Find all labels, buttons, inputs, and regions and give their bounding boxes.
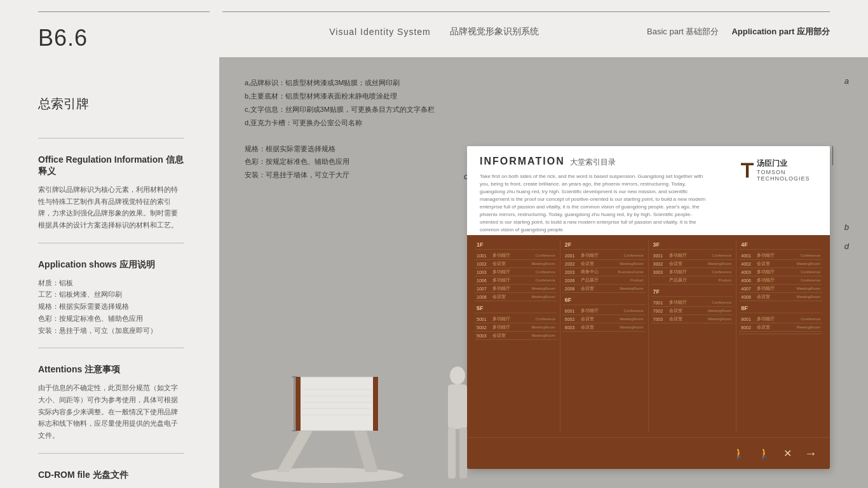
person-svg [435, 364, 480, 485]
header-divider-right [652, 11, 830, 12]
dir-row: 5001多功能厅Conference [475, 315, 557, 323]
board-logo: 汤臣门业 TOMSON TECHNOLOGIES [741, 156, 817, 184]
dir-row: 6001多功能厅Conference [563, 307, 646, 315]
svg-marker-4 [353, 428, 378, 472]
section4-heading: CD-ROM file 光盘文件 [38, 470, 184, 481]
header-divider-left [38, 11, 210, 12]
logo-cn: 汤臣门业 [757, 158, 817, 169]
label-d: d [844, 241, 849, 251]
board-top: INFORMATION 大堂索引目录 汤臣门业 TOMSON TECHNOLOG… [467, 146, 830, 235]
dir-row: 1007多功能厅MeetingRoom [475, 285, 557, 293]
dir-sub-header: 5F [475, 304, 557, 313]
header-left: B6.6 [38, 6, 254, 51]
dir-row: 4001多功能厅Conference [739, 252, 822, 260]
dir-row: 3002会议室MeetingRoom [651, 260, 734, 268]
dir-row: 8001多功能厅Conference [739, 315, 822, 323]
desc-line-c: c,文字信息：丝网印刷或3M贴膜，可更换条目方式的文字条栏 [245, 103, 804, 116]
dir-row: 2008会议室MeetingRoom [563, 285, 646, 293]
svg-point-16 [450, 367, 465, 384]
dir-row: 2001多功能厅Conference [563, 252, 646, 260]
section3-body: 由于信息的不确定性，此页部分规范（如文字大小、间距等）可作为参考使用，具体可根据… [38, 382, 184, 441]
section1-body: 索引牌以品牌标识为核心元素，利用材料的特性与特殊工艺制作具有品牌视觉特征的索引牌… [38, 184, 184, 231]
svg-rect-18 [448, 428, 456, 478]
dir-col-header: 3F [651, 240, 734, 250]
stand-svg [238, 364, 442, 485]
page-code: B6.6 [38, 6, 254, 51]
dir-col-header: 1F [475, 240, 557, 250]
dir-sub-header: 6F [563, 295, 646, 305]
svg-rect-0 [741, 163, 754, 165]
dir-column: 4F4001多功能厅Conference4002会议室MeetingRoom40… [736, 240, 825, 432]
dir-row: 2002会议室MeetingRoom [563, 260, 646, 268]
stand-area: 1.5m [219, 348, 741, 488]
app-part-label: Application part 应用部分 [731, 26, 830, 37]
dir-row: 7002会议室MeetingRoom [651, 307, 734, 315]
dir-row: 1001多功能厅Conference [475, 252, 557, 260]
dir-row: 产品展厅Product [651, 276, 734, 285]
vis-title-cn: 品牌视觉形象识别系统 [450, 26, 539, 37]
dir-row [739, 332, 822, 334]
dir-row: 8002会议室MeetingRoom [739, 323, 822, 332]
board-title-en: INFORMATION [480, 156, 565, 167]
left-panel: 总索引牌 Office Regulation Information 信息释义 … [0, 57, 219, 488]
dir-row: 4003多功能厅Conference [739, 268, 822, 276]
dir-row: 1008会议室MeetingRoom [475, 293, 557, 301]
desc-line-d: d,亚克力卡槽：可更换办公室公司名称 [245, 116, 804, 130]
dir-sub-header: 8F [739, 304, 822, 313]
basic-part-label: Basic part 基础部分 [647, 26, 719, 37]
dir-row: 4008会议室MeetingRoom [739, 293, 822, 301]
section2-heading: Application shows 应用说明 [38, 259, 184, 271]
top-header: B6.6 Visual Identity System 品牌视觉形象识别系统 B… [0, 0, 868, 57]
section-main-title: 总索引牌 [38, 76, 184, 112]
logo-icon-svg [741, 160, 754, 180]
dir-row: 4006多功能厅Conference [739, 276, 822, 285]
dir-row: 1006多功能厅Conference [475, 276, 557, 285]
svg-marker-3 [276, 428, 315, 472]
dir-col-header: 2F [563, 240, 646, 250]
logo-text: 汤臣门业 TOMSON TECHNOLOGIES [757, 158, 817, 182]
svg-point-2 [251, 468, 403, 483]
dir-row: 3003多功能厅Conference [651, 268, 734, 276]
svg-rect-5 [295, 377, 378, 431]
dir-row: 3001多功能厅Conference [651, 252, 734, 260]
divider-2 [38, 243, 184, 243]
main-container: 总索引牌 Office Regulation Information 信息释义 … [0, 57, 868, 488]
dir-row: 7003会议室MeetingRoom [651, 315, 734, 323]
board-desc: Take first on both sides of the rick, an… [480, 173, 709, 234]
dir-row: 4007多功能厅MeetingRoom [739, 285, 822, 293]
divider-3 [38, 348, 184, 348]
section1-heading: Office Regulation Information 信息释义 [38, 154, 184, 177]
connector-line-a [832, 146, 833, 165]
section3-heading: Attentions 注意事项 [38, 364, 184, 376]
board-icon-arrow: → [804, 446, 817, 461]
header-center: Visual Identity System 品牌视觉形象识别系统 [254, 20, 614, 37]
desc-line-a: a,品牌标识：铝质型材烤漆或3M贴膜；或丝网印刷 [245, 76, 804, 90]
logo-en: TOMSON TECHNOLOGIES [757, 169, 817, 182]
board-icon-person2: 🚶 [758, 447, 771, 459]
dir-row: 2006产品展厅Product [563, 276, 646, 285]
label-a: a [844, 76, 849, 86]
desc-line-b: b,主要底材：铝质型材烤漆表面粉末静电喷涂处理 [245, 90, 804, 103]
section2-body: 材质：铝板 工艺：铝板烤漆、丝网印刷 规格：根据实际需要选择规格 色彩：按规定标… [38, 277, 184, 336]
board-title-cn: 大堂索引目录 [570, 157, 616, 168]
dir-row: 1002会议室MeetingRoom [475, 260, 557, 268]
divider-1 [38, 138, 184, 139]
label-b: b [844, 222, 849, 232]
dir-row: 4002会议室MeetingRoom [739, 260, 822, 268]
dir-row: 6002会议室MeetingRoom [563, 315, 646, 323]
svg-rect-7 [373, 377, 378, 431]
dir-row: 5003会议室MeetingRoom [475, 332, 557, 340]
dir-sub-header: 7F [651, 287, 734, 297]
dir-col-header: 4F [739, 240, 822, 250]
board-icon-cross: ✕ [783, 447, 792, 459]
svg-rect-17 [448, 384, 467, 429]
svg-rect-6 [295, 377, 301, 431]
vis-title-en: Visual Identity System [329, 27, 430, 37]
dir-row: 7001多功能厅Conference [651, 299, 734, 307]
header-right: Basic part 基础部分 Application part 应用部分 [614, 20, 830, 37]
header-divider-center [222, 11, 652, 12]
svg-rect-1 [746, 165, 749, 177]
dir-row: 6003会议室MeetingRoom [563, 323, 646, 332]
connector-dot-a [832, 158, 833, 158]
dir-row: 2003商务中心BusinessCente [563, 268, 646, 276]
